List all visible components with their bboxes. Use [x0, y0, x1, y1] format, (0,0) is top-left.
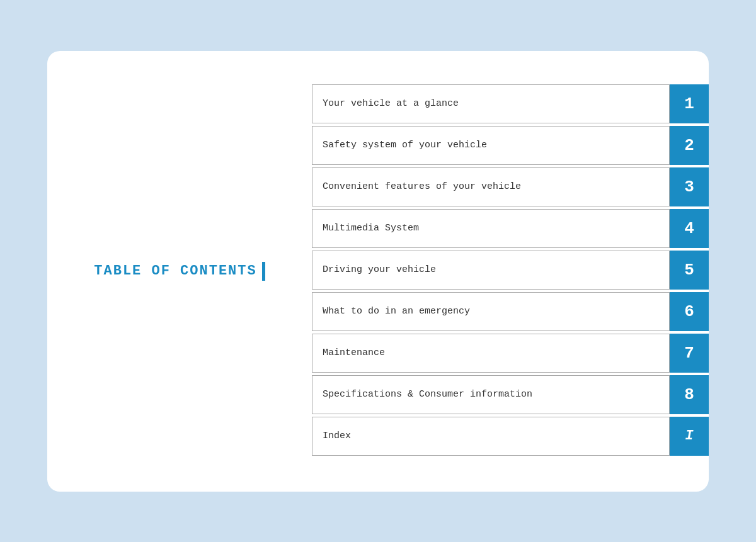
toc-text-box: Your vehicle at a glance	[312, 84, 670, 123]
toc-text-box: Convenient features of your vehicle	[312, 167, 670, 206]
toc-text-box: Safety system of your vehicle	[312, 126, 670, 165]
toc-text-box: Index	[312, 417, 670, 456]
toc-title-container: TABLE OF CONTENTS	[94, 262, 265, 281]
toc-item-label: What to do in an emergency	[323, 306, 470, 317]
toc-item-number: 4	[670, 209, 709, 248]
toc-row[interactable]: Safety system of your vehicle2	[312, 126, 709, 165]
toc-text-box: Multimedia System	[312, 209, 670, 248]
toc-row[interactable]: Multimedia System4	[312, 209, 709, 248]
toc-item-label: Driving your vehicle	[323, 264, 436, 275]
toc-item-number: 7	[670, 334, 709, 373]
toc-item-label: Your vehicle at a glance	[323, 98, 459, 109]
toc-item-number: 2	[670, 126, 709, 165]
toc-item-label: Safety system of your vehicle	[323, 140, 487, 150]
toc-item-number: 3	[670, 167, 709, 206]
toc-row[interactable]: IndexI	[312, 417, 709, 456]
toc-item-number: 8	[670, 375, 709, 414]
toc-row[interactable]: Convenient features of your vehicle3	[312, 167, 709, 206]
toc-item-label: Multimedia System	[323, 223, 419, 234]
toc-title-bar	[262, 262, 265, 281]
toc-title: TABLE OF CONTENTS	[94, 263, 256, 279]
toc-item-label: Maintenance	[323, 347, 385, 358]
toc-item-number: 1	[670, 84, 709, 123]
toc-row[interactable]: Specifications & Consumer information8	[312, 375, 709, 414]
toc-item-number: 5	[670, 251, 709, 290]
white-card: TABLE OF CONTENTS Your vehicle at a glan…	[47, 51, 709, 492]
toc-list: Your vehicle at a glance1Safety system o…	[312, 51, 709, 492]
toc-item-number: I	[670, 417, 709, 456]
page-container: TABLE OF CONTENTS Your vehicle at a glan…	[28, 32, 728, 511]
toc-text-box: What to do in an emergency	[312, 292, 670, 331]
toc-row[interactable]: Maintenance7	[312, 334, 709, 373]
toc-row[interactable]: What to do in an emergency6	[312, 292, 709, 331]
toc-text-box: Specifications & Consumer information	[312, 375, 670, 414]
toc-item-label: Index	[323, 431, 351, 441]
toc-row[interactable]: Your vehicle at a glance1	[312, 84, 709, 123]
toc-item-label: Convenient features of your vehicle	[323, 181, 521, 192]
toc-row[interactable]: Driving your vehicle5	[312, 251, 709, 290]
toc-text-box: Driving your vehicle	[312, 251, 670, 290]
toc-item-label: Specifications & Consumer information	[323, 389, 532, 400]
toc-text-box: Maintenance	[312, 334, 670, 373]
toc-item-number: 6	[670, 292, 709, 331]
left-section: TABLE OF CONTENTS	[47, 51, 312, 492]
